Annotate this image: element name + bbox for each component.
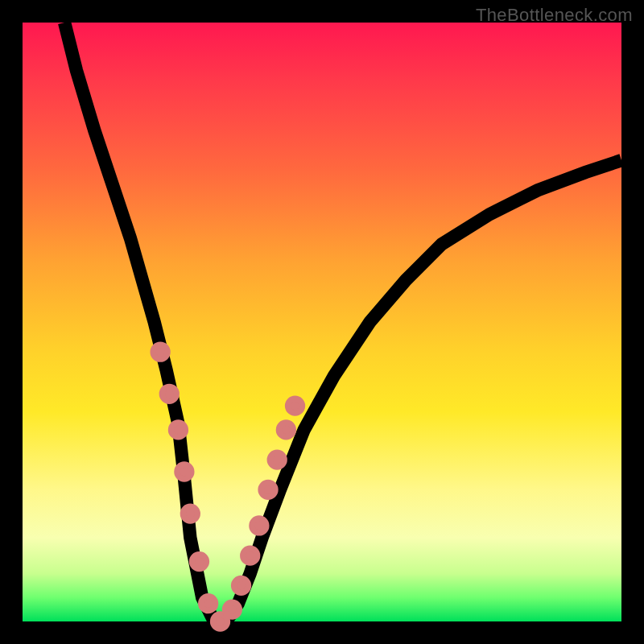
marker-dot — [270, 452, 284, 467]
marker-dot — [234, 578, 249, 592]
marker-dot — [192, 555, 207, 569]
marker-dot — [153, 345, 167, 359]
plot-area — [23, 23, 621, 621]
marker-dot — [288, 398, 303, 413]
marker-dot — [279, 423, 293, 437]
chart-svg — [23, 23, 621, 621]
marker-dot — [261, 482, 275, 497]
marker-dot — [162, 386, 176, 401]
marker-dot — [183, 506, 197, 521]
marker-dot — [177, 464, 192, 479]
marker-dot — [252, 518, 266, 533]
marker-dot — [243, 548, 258, 563]
marker-dot — [201, 597, 216, 611]
chart-frame: TheBottleneck.com — [0, 0, 644, 644]
watermark-text: TheBottleneck.com — [476, 5, 633, 26]
marker-dot — [225, 602, 239, 617]
marker-dot — [171, 423, 186, 437]
bottleneck-curve-path — [64, 23, 621, 621]
